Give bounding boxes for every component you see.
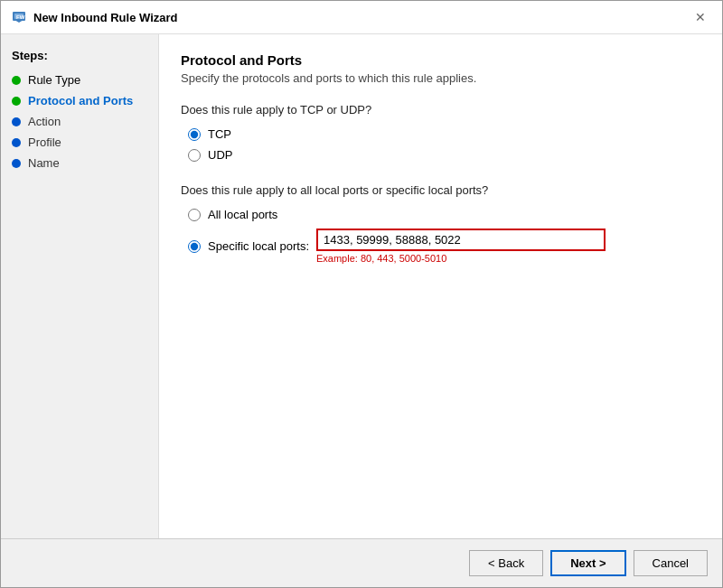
dialog-window: FW New Inbound Rule Wizard ✕ Steps: Rule… (0, 0, 723, 588)
sidebar-item-label-protocol-ports: Protocol and Ports (28, 94, 133, 107)
wizard-icon: FW (12, 10, 26, 24)
udp-label[interactable]: UDP (208, 148, 232, 162)
sidebar: Steps: Rule Type Protocol and Ports Acti… (1, 34, 159, 538)
sidebar-item-protocol-ports[interactable]: Protocol and Ports (1, 90, 158, 111)
all-ports-label[interactable]: All local ports (208, 208, 277, 221)
ports-input[interactable] (316, 229, 606, 251)
protocol-section-label: Does this rule apply to TCP or UDP? (181, 103, 700, 117)
next-button[interactable]: Next > (550, 550, 625, 576)
protocol-radio-group: TCP UDP (188, 127, 700, 162)
tcp-option[interactable]: TCP (188, 127, 700, 141)
back-button[interactable]: < Back (469, 550, 543, 576)
ports-section: Does this rule apply to all local ports … (181, 183, 700, 264)
title-bar: FW New Inbound Rule Wizard ✕ (1, 1, 722, 34)
tcp-radio[interactable] (188, 128, 201, 141)
sidebar-item-label-action: Action (28, 115, 61, 128)
sidebar-item-rule-type[interactable]: Rule Type (1, 70, 158, 90)
sidebar-item-profile[interactable]: Profile (1, 132, 158, 153)
port-input-wrapper: Example: 80, 443, 5000-5010 (316, 229, 606, 264)
ports-radio-group: All local ports Specific local ports: Ex… (188, 208, 700, 264)
dialog-title: New Inbound Rule Wizard (33, 11, 178, 24)
page-subtitle: Specify the protocols and ports to which… (181, 71, 700, 85)
svg-text:FW: FW (16, 14, 25, 20)
sidebar-item-action[interactable]: Action (1, 111, 158, 132)
specific-ports-label[interactable]: Specific local ports: (208, 239, 309, 253)
specific-ports-row: Specific local ports: Example: 80, 443, … (188, 229, 700, 264)
content-area: Steps: Rule Type Protocol and Ports Acti… (1, 34, 722, 538)
all-ports-option[interactable]: All local ports (188, 208, 700, 221)
steps-label: Steps: (1, 43, 158, 70)
step-dot-name (12, 159, 21, 168)
specific-ports-radio[interactable] (188, 240, 201, 253)
close-button[interactable]: ✕ (690, 8, 711, 26)
step-dot-rule-type (12, 76, 21, 85)
cancel-button[interactable]: Cancel (634, 550, 708, 576)
step-dot-protocol-ports (12, 97, 21, 106)
footer: < Back Next > Cancel (1, 538, 722, 587)
all-ports-radio[interactable] (188, 209, 201, 221)
tcp-label[interactable]: TCP (208, 127, 231, 141)
step-dot-profile (12, 138, 21, 147)
sidebar-item-label-rule-type: Rule Type (28, 73, 80, 87)
udp-option[interactable]: UDP (188, 148, 700, 162)
sidebar-item-label-profile: Profile (28, 135, 61, 149)
specific-ports-option[interactable]: Specific local ports: (188, 239, 309, 253)
ports-section-label: Does this rule apply to all local ports … (181, 183, 700, 197)
port-example: Example: 80, 443, 5000-5010 (316, 253, 606, 264)
title-bar-left: FW New Inbound Rule Wizard (12, 10, 178, 24)
udp-radio[interactable] (188, 149, 201, 162)
page-title: Protocol and Ports (181, 52, 700, 68)
sidebar-item-name[interactable]: Name (1, 153, 158, 173)
step-dot-action (12, 117, 21, 126)
svg-marker-1 (14, 20, 23, 23)
main-content: Protocol and Ports Specify the protocols… (159, 34, 722, 538)
sidebar-item-label-name: Name (28, 156, 60, 170)
